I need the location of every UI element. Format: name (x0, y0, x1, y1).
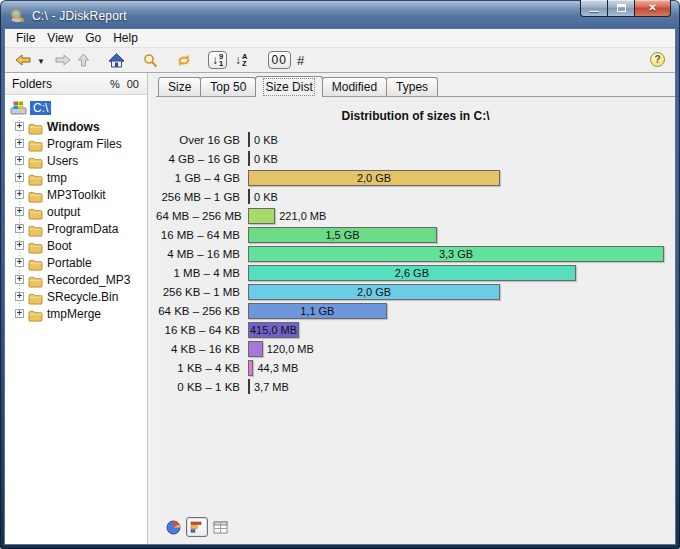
tree-item-tmp[interactable]: +tmp (10, 169, 147, 186)
value-label: 0 KB (254, 134, 278, 146)
menu-go[interactable]: Go (79, 30, 107, 46)
details-table-view-button[interactable] (213, 521, 228, 534)
pie-chart-icon (166, 520, 181, 535)
tree-item-boot[interactable]: +Boot (10, 237, 147, 254)
sort-by-size-button[interactable]: ↓ 91 (208, 51, 227, 69)
table-icon (213, 521, 228, 534)
chart-row: 64 MB – 256 MB221,0 MB (156, 206, 675, 225)
tab-size[interactable]: Size (158, 77, 201, 96)
bar[interactable] (248, 341, 263, 357)
panel-splitter[interactable] (148, 73, 156, 544)
folder-icon (28, 189, 43, 201)
bar-chart-icon (190, 521, 204, 533)
menu-view[interactable]: View (41, 30, 79, 46)
bar-chart-view-button[interactable] (186, 517, 208, 537)
expand-plus-icon[interactable]: + (15, 122, 24, 131)
chart-row: 1 MB – 4 MB2,6 GB (156, 263, 675, 282)
home-button[interactable] (106, 50, 127, 70)
tree-item-program-files[interactable]: +Program Files (10, 135, 147, 152)
value-label: 415,0 MB (250, 324, 297, 336)
bar[interactable]: 2,0 GB (248, 170, 500, 186)
bin-label: 4 KB – 16 KB (156, 343, 248, 355)
bar[interactable]: 1,1 GB (248, 303, 387, 319)
forward-button[interactable] (51, 50, 73, 70)
window-controls: — ✕ (580, 0, 671, 17)
tree-item-output[interactable]: +output (10, 203, 147, 220)
bar[interactable] (248, 208, 275, 224)
expand-plus-icon[interactable]: + (15, 309, 24, 318)
bin-label: 256 MB – 1 GB (156, 191, 248, 203)
close-button[interactable]: ✕ (635, 0, 671, 17)
close-icon: ✕ (648, 3, 656, 13)
tree-item-tmpmerge[interactable]: +tmpMerge (10, 305, 147, 322)
value-label: 2,6 GB (395, 267, 429, 279)
folders-panel-title: Folders (12, 77, 103, 91)
expand-plus-icon[interactable]: + (15, 139, 24, 148)
zero-tick (248, 151, 250, 166)
expand-plus-icon[interactable]: + (15, 258, 24, 267)
expand-plus-icon[interactable]: + (15, 292, 24, 301)
sort-alphabetical-button[interactable]: ↓ AZ (231, 51, 251, 69)
menu-help[interactable]: Help (107, 30, 144, 46)
expand-plus-icon[interactable]: + (15, 275, 24, 284)
tab-size-dist[interactable]: Size Dist (255, 76, 322, 97)
expand-plus-icon[interactable]: + (15, 190, 24, 199)
window-body: File View Go Help ▼ (4, 28, 676, 545)
show-counts-button[interactable]: # (297, 53, 304, 68)
bar[interactable] (248, 360, 253, 376)
bar[interactable]: 2,0 GB (248, 284, 500, 300)
tree-item-srecycle-bin[interactable]: +SRecycle.Bin (10, 288, 147, 305)
search-button[interactable] (141, 50, 160, 70)
expand-plus-icon[interactable]: + (15, 173, 24, 182)
folder-tree: C:\ +Windows+Program Files+Users+tmp+MP3… (5, 95, 147, 544)
tab-label: Types (396, 80, 428, 94)
pie-chart-view-button[interactable] (166, 520, 181, 535)
tree-items: +Windows+Program Files+Users+tmp+MP3Tool… (10, 118, 147, 322)
tab-label: Modified (332, 80, 377, 94)
tree-item-windows[interactable]: +Windows (10, 118, 147, 135)
tree-root[interactable]: C:\ (10, 99, 147, 116)
percent-toggle-button[interactable]: % (110, 78, 120, 90)
bar[interactable]: 1,5 GB (248, 227, 437, 243)
help-button[interactable]: ? (650, 52, 665, 67)
tab-top-50[interactable]: Top 50 (200, 77, 256, 96)
content-area: Folders % 00 (5, 73, 675, 544)
tree-item-portable[interactable]: +Portable (10, 254, 147, 271)
tree-item-recorded-mp3[interactable]: +Recorded_MP3 (10, 271, 147, 288)
expand-plus-icon[interactable]: + (15, 207, 24, 216)
titlebar[interactable]: C:\ - JDiskReport — ✕ (0, 0, 680, 28)
back-history-dropdown-icon[interactable]: ▼ (37, 57, 45, 66)
bar[interactable]: 2,6 GB (248, 265, 576, 281)
tree-item-users[interactable]: +Users (10, 152, 147, 169)
value-label: 0 KB (254, 191, 278, 203)
tree-root-label[interactable]: C:\ (30, 101, 51, 115)
folder-icon (28, 308, 43, 320)
sizes-toggle-button[interactable]: 00 (127, 78, 139, 90)
chart-title: Distribution of sizes in C:\ (156, 109, 675, 123)
expand-plus-icon[interactable]: + (15, 224, 24, 233)
minimize-button[interactable]: — (580, 0, 608, 17)
bin-label: 64 KB – 256 KB (156, 305, 248, 317)
bar[interactable]: 3,3 GB (248, 246, 664, 262)
tree-item-mp3toolkit[interactable]: +MP3Toolkit (10, 186, 147, 203)
folder-icon (28, 257, 43, 269)
zero-tick (248, 379, 250, 394)
tree-item-programdata[interactable]: +ProgramData (10, 220, 147, 237)
tab-types[interactable]: Types (386, 77, 438, 96)
expand-plus-icon[interactable]: + (15, 156, 24, 165)
chart-row: Over 16 GB0 KB (156, 130, 675, 149)
up-button[interactable] (75, 50, 92, 70)
tab-modified[interactable]: Modified (322, 77, 387, 96)
back-button[interactable] (13, 50, 35, 70)
forward-arrow-icon (53, 54, 71, 66)
show-sizes-button[interactable]: 00 (268, 51, 291, 69)
menu-file[interactable]: File (10, 30, 41, 46)
bar[interactable]: 415,0 MB (248, 322, 299, 338)
maximize-button[interactable] (608, 0, 635, 17)
tree-item-label: Users (47, 154, 78, 168)
value-label: 2,0 GB (357, 172, 391, 184)
chart-row: 16 MB – 64 MB1,5 GB (156, 225, 675, 244)
value-label: 0 KB (254, 153, 278, 165)
refresh-button[interactable] (174, 50, 194, 70)
expand-plus-icon[interactable]: + (15, 241, 24, 250)
